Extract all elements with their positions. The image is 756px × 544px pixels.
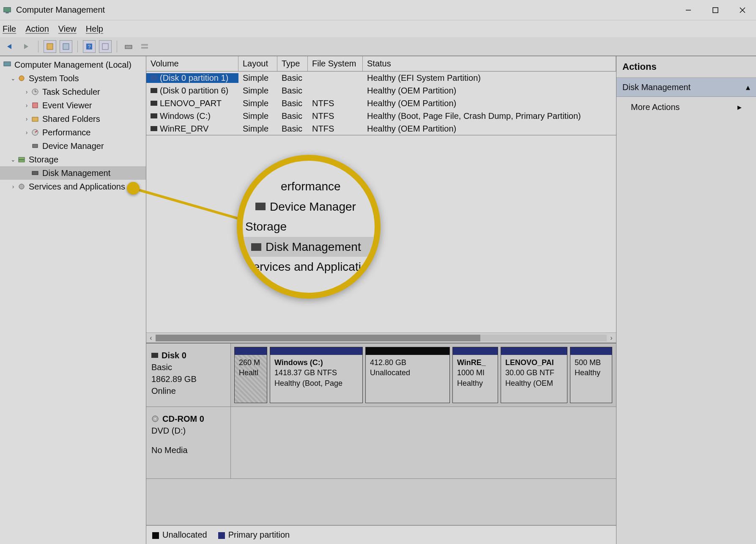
actions-group[interactable]: Disk Management ▴ <box>616 78 756 97</box>
help-button[interactable]: ? <box>83 40 96 53</box>
volume-row[interactable]: WinRE_DRVSimpleBasicNTFSHealthy (OEM Par… <box>146 122 616 135</box>
col-volume[interactable]: Volume <box>146 56 238 71</box>
chevron-right-icon[interactable]: › <box>23 115 30 122</box>
storage-icon <box>17 155 26 164</box>
partition[interactable]: 412.80 GBUnallocated <box>365 347 450 403</box>
tree-shared-folders[interactable]: › Shared Folders <box>0 112 146 126</box>
tree-storage[interactable]: ⌄ Storage <box>0 153 146 166</box>
chevron-down-icon[interactable]: ⌄ <box>9 75 17 82</box>
volume-status: Healthy (OEM Partition) <box>363 124 616 134</box>
scroll-left-icon[interactable]: ‹ <box>146 334 156 342</box>
partition-line1: 412.80 GB <box>370 357 445 368</box>
disk-row-0[interactable]: Disk 0 Basic 1862.89 GB Online 260 MHeal… <box>146 343 616 407</box>
actions-more[interactable]: More Actions ▸ <box>616 97 756 117</box>
cdrom-icon <box>151 415 159 423</box>
col-status[interactable]: Status <box>363 56 616 71</box>
magnifier-callout: erformance Device Manager Storage Disk M… <box>237 155 381 299</box>
chevron-right-icon[interactable]: › <box>23 88 30 95</box>
maximize-button[interactable] <box>702 0 729 20</box>
partition-line2: Unallocated <box>370 368 445 378</box>
partition-line2: Healthy <box>575 368 608 378</box>
event-icon <box>30 101 40 110</box>
volume-name: LENOVO_PART <box>160 99 222 108</box>
volume-layout: Simple <box>238 86 277 96</box>
tree-device-manager[interactable]: Device Manager <box>0 139 146 153</box>
horizontal-scrollbar[interactable]: ‹ › <box>146 332 616 343</box>
svg-rect-25 <box>33 144 38 148</box>
toolbar-btn-3[interactable] <box>99 40 112 53</box>
tree-root[interactable]: Computer Management (Local) <box>0 58 146 71</box>
disk-icon <box>151 353 158 358</box>
toolbar-btn-1[interactable] <box>44 40 56 53</box>
volume-name: (Disk 0 partition 6) <box>160 86 228 96</box>
col-layout[interactable]: Layout <box>238 56 277 71</box>
minimize-button[interactable] <box>675 0 702 20</box>
disk0-size: 1862.89 GB <box>151 373 225 385</box>
scroll-thumb[interactable] <box>156 335 480 341</box>
svg-text:?: ? <box>88 44 91 50</box>
partition[interactable]: WinRE_1000 MIHealthy <box>452 347 498 403</box>
svg-rect-28 <box>32 171 38 175</box>
partition[interactable]: 260 MHealtl <box>234 347 267 403</box>
partition-title: Windows (C:) <box>274 357 358 368</box>
partition-title: WinRE_ <box>457 357 493 368</box>
app-window: Computer Management File Action View Hel… <box>0 0 756 544</box>
volume-layout: Simple <box>238 73 277 83</box>
tree-system-tools[interactable]: ⌄ System Tools <box>0 71 146 85</box>
menu-help[interactable]: Help <box>86 24 103 34</box>
submenu-icon: ▸ <box>737 102 742 112</box>
volume-row[interactable]: (Disk 0 partition 6)SimpleBasicHealthy (… <box>146 84 616 97</box>
disk0-state: Online <box>151 385 225 397</box>
forward-button[interactable] <box>20 40 33 53</box>
chevron-right-icon[interactable]: › <box>23 129 30 136</box>
partition-stripe <box>453 347 498 355</box>
volume-layout: Simple <box>238 124 277 134</box>
chevron-right-icon[interactable]: › <box>23 102 30 109</box>
volume-type: Basic <box>277 99 308 108</box>
tree-task-scheduler[interactable]: › Task Scheduler <box>0 85 146 99</box>
nav-tree[interactable]: Computer Management (Local) ⌄ System Too… <box>0 56 146 544</box>
toolbar-btn-5[interactable] <box>138 40 151 53</box>
volume-row[interactable]: (Disk 0 partition 1)SimpleBasicHealthy (… <box>146 71 616 84</box>
tree-services-apps[interactable]: › Services and Applications <box>0 180 146 193</box>
volume-table-header: Volume Layout Type File System Status <box>146 56 616 71</box>
toolbar: ? <box>0 37 756 56</box>
volume-name: Windows (C:) <box>160 111 211 121</box>
svg-point-17 <box>19 76 24 81</box>
volume-row[interactable]: Windows (C:)SimpleBasicNTFSHealthy (Boot… <box>146 110 616 122</box>
actions-group-label: Disk Management <box>622 82 690 92</box>
toolbar-btn-4[interactable] <box>122 40 135 53</box>
chevron-down-icon[interactable]: ⌄ <box>9 156 17 163</box>
scroll-track[interactable] <box>156 335 607 341</box>
partition-line1: 30.00 GB NTF <box>505 368 563 378</box>
volume-status: Healthy (Boot, Page File, Crash Dump, Pr… <box>363 111 616 121</box>
partition[interactable]: LENOVO_PAI30.00 GB NTFHealthy (OEM <box>501 347 567 403</box>
col-type[interactable]: Type <box>277 56 308 71</box>
menu-file[interactable]: File <box>3 24 16 34</box>
volume-row[interactable]: LENOVO_PARTSimpleBasicNTFSHealthy (OEM P… <box>146 97 616 110</box>
partition[interactable]: 500 MBHealthy <box>570 347 612 403</box>
performance-icon <box>30 128 40 137</box>
tree-event-viewer[interactable]: › Event Viewer <box>0 99 146 112</box>
svg-rect-13 <box>125 45 132 49</box>
tree-disk-management[interactable]: Disk Management <box>0 166 146 180</box>
collapse-icon[interactable]: ▴ <box>746 82 750 92</box>
menu-action[interactable]: Action <box>25 24 49 34</box>
scroll-right-icon[interactable]: › <box>607 334 616 342</box>
col-fs[interactable]: File System <box>308 56 363 71</box>
partition[interactable]: Windows (C:)1418.37 GB NTFSHealthy (Boot… <box>270 347 363 403</box>
toolbar-btn-2[interactable] <box>60 40 72 53</box>
back-button[interactable] <box>4 40 17 53</box>
partition-title: LENOVO_PAI <box>505 357 563 368</box>
svg-rect-0 <box>4 7 11 12</box>
menu-view[interactable]: View <box>58 24 77 34</box>
app-icon <box>3 5 12 15</box>
legend-primary-swatch <box>218 532 225 539</box>
volume-icon <box>151 113 157 118</box>
volume-status: Healthy (EFI System Partition) <box>363 73 616 83</box>
cdrom-type: DVD (D:) <box>151 425 225 437</box>
tree-performance[interactable]: › Performance <box>0 126 146 139</box>
close-button[interactable] <box>729 0 756 20</box>
disk-row-cdrom[interactable]: CD-ROM 0 DVD (D:) No Media <box>146 407 616 479</box>
chevron-right-icon[interactable]: › <box>9 183 17 190</box>
